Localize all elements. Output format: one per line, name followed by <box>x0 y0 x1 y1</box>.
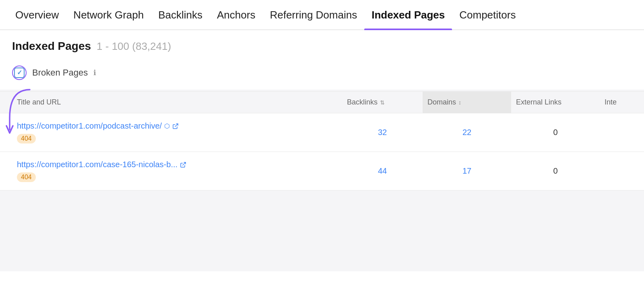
main-content: Indexed Pages 1 - 100 (83,241) ✓ Broken … <box>0 30 644 271</box>
external-link-svg-1 <box>172 123 179 129</box>
td-external-links-1: 0 <box>511 113 600 152</box>
domains-sort-icon: ↕ <box>458 99 461 106</box>
td-backlinks-2: 44 <box>342 152 423 190</box>
tab-overview[interactable]: Overview <box>8 0 66 29</box>
tab-referring-domains[interactable]: Referring Domains <box>262 0 364 29</box>
external-link-svg-2 <box>180 162 186 168</box>
url-link-1[interactable]: https://competitor1.com/podcast-archive/… <box>17 121 179 131</box>
td-domains-1: 22 <box>423 113 511 152</box>
page-heading: Indexed Pages 1 - 100 (83,241) <box>0 30 644 59</box>
tab-backlinks[interactable]: Backlinks <box>151 0 210 29</box>
page-title: Indexed Pages <box>12 40 91 53</box>
th-title-url: Title and URL <box>12 92 342 113</box>
page-range: 1 - 100 (83,241) <box>97 40 171 53</box>
td-inte-1 <box>600 113 632 152</box>
indexed-pages-table: Title and URL Backlinks ⇅ Domains ↕ Exte… <box>0 91 644 191</box>
url-link-2[interactable]: https://competitor1.com/case-165-nicolas… <box>17 160 186 169</box>
broken-pages-label: Broken Pages <box>32 68 88 78</box>
backlinks-sort-icon: ⇅ <box>380 99 385 106</box>
broken-pages-checkbox-ring[interactable]: ✓ <box>12 66 27 80</box>
th-external-links: External Links <box>511 92 600 113</box>
td-domains-2: 17 <box>423 152 511 190</box>
tab-network-graph[interactable]: Network Graph <box>66 0 151 29</box>
broken-pages-info-icon[interactable]: ℹ <box>93 68 96 77</box>
filter-row: ✓ Broken Pages ℹ <box>0 59 644 90</box>
navigation-tabs: Overview Network Graph Backlinks Anchors… <box>0 0 644 30</box>
broken-pages-checkbox[interactable]: ✓ <box>14 68 25 78</box>
tab-anchors[interactable]: Anchors <box>210 0 262 29</box>
td-inte-2 <box>600 152 632 190</box>
table-row: https://competitor1.com/case-165-nicolas… <box>0 152 644 191</box>
external-link-icon-1: ⬡ <box>164 122 170 130</box>
table-header: Title and URL Backlinks ⇅ Domains ↕ Exte… <box>0 91 644 113</box>
th-inte: Inte <box>600 92 632 113</box>
tab-competitors[interactable]: Competitors <box>452 0 523 29</box>
table-row: https://competitor1.com/podcast-archive/… <box>0 113 644 152</box>
td-url-1: https://competitor1.com/podcast-archive/… <box>12 113 342 152</box>
td-external-links-2: 0 <box>511 152 600 190</box>
badge-404-1: 404 <box>17 134 36 143</box>
th-backlinks[interactable]: Backlinks ⇅ <box>342 92 423 113</box>
checkbox-check-icon: ✓ <box>17 70 22 76</box>
tab-indexed-pages[interactable]: Indexed Pages <box>364 0 452 29</box>
th-domains[interactable]: Domains ↕ <box>423 92 511 113</box>
td-url-2: https://competitor1.com/case-165-nicolas… <box>12 152 342 190</box>
td-backlinks-1: 32 <box>342 113 423 152</box>
badge-404-2: 404 <box>17 172 36 182</box>
